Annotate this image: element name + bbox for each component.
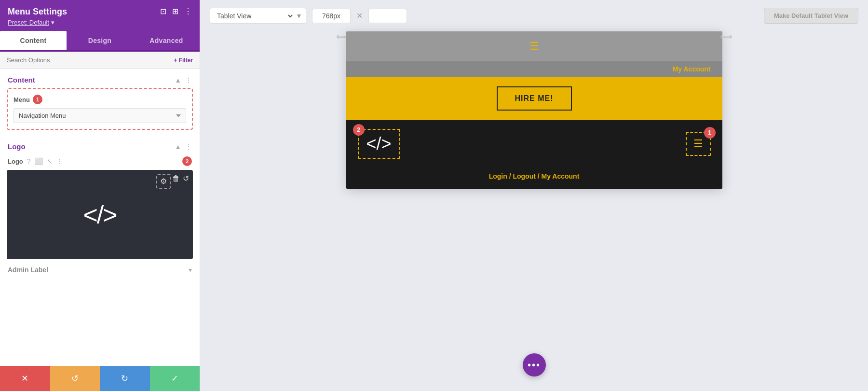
admin-section: Admin Label ▾: [0, 259, 200, 280]
more-options-icon[interactable]: ⋮: [184, 7, 192, 16]
make-default-button[interactable]: Make Default Tablet View: [764, 8, 858, 24]
canvas-logo-box: 2 </>: [358, 129, 400, 159]
canvas-code-icon: </>: [366, 134, 392, 154]
logo-section-header: Logo ▲ ⋮: [0, 136, 200, 154]
admin-collapse-btn[interactable]: ▾: [189, 266, 192, 274]
search-input[interactable]: [7, 56, 170, 64]
logo-overlay-actions: 🗑 ↺: [172, 174, 189, 183]
cancel-button[interactable]: ✕: [0, 366, 50, 391]
menu-label-row: Menu 1: [14, 95, 186, 104]
logo-field-label: Logo: [8, 158, 23, 165]
canvas-wrapper: ⟺ ☰ My Account HIRE ME! 2 </>: [200, 31, 868, 391]
login-bar: Login / Logout / My Account: [346, 168, 722, 189]
menu-badge: 1: [33, 95, 42, 104]
panel-body: Content ▲ ⋮ Menu 1 Navigation Menu Prima…: [0, 69, 200, 366]
logo-preview: </> ⚙ 🗑 ↺: [7, 170, 193, 259]
logo-section-title: Logo: [8, 142, 26, 151]
logo-dots-icon[interactable]: ⋮: [56, 157, 63, 165]
tab-advanced[interactable]: Advanced: [133, 31, 200, 50]
fullscreen-icon[interactable]: ⊡: [160, 7, 166, 16]
menu-field-group: Menu 1 Navigation Menu Primary Menu Foot…: [7, 88, 193, 130]
logo-trash-icon[interactable]: 🗑: [172, 174, 180, 183]
tab-content[interactable]: Content: [0, 31, 67, 50]
canvas-menu-hamburger-icon: ☰: [693, 138, 703, 150]
layout-icon[interactable]: ⊞: [172, 7, 178, 16]
panel-preset: Preset: Default ▾: [8, 19, 67, 26]
logo-section: Logo ▲ ⋮ Logo ? ⬜ ↖ ⋮ 2 </> ⚙: [0, 136, 200, 259]
filter-button[interactable]: + Filter: [174, 57, 193, 64]
logo-help-icon[interactable]: ?: [27, 157, 31, 165]
admin-label: Admin Label: [8, 266, 48, 274]
content-section-header: Content ▲ ⋮: [0, 69, 200, 88]
fab-dots-icon: •••: [528, 360, 541, 371]
hire-me-row: HIRE ME!: [346, 77, 722, 120]
logo-code-symbol: </>: [83, 200, 116, 229]
tab-design[interactable]: Design: [67, 31, 133, 50]
section-actions: ▲ ⋮: [175, 76, 192, 84]
content-more-btn[interactable]: ⋮: [185, 76, 192, 84]
logo-more-btn[interactable]: ⋮: [185, 143, 192, 151]
main-area: Tablet View Desktop View Mobile View ▾ ✕…: [200, 0, 868, 391]
menu-field-label: Menu: [14, 96, 30, 103]
content-collapse-btn[interactable]: ▲: [175, 76, 181, 84]
tabs-row: Content Design Advanced: [0, 31, 200, 52]
width-secondary-input[interactable]: [368, 9, 407, 23]
undo-button[interactable]: ↺: [50, 366, 100, 391]
resize-handle-left[interactable]: ⟺: [339, 31, 346, 42]
logo-collapse-btn[interactable]: ▲: [175, 143, 181, 151]
canvas-logo-badge: 2: [353, 124, 365, 136]
panel-header: Menu Settings Preset: Default ▾ ⊡ ⊞ ⋮: [0, 0, 200, 31]
bottom-toolbar: ✕ ↺ ↻ ✓: [0, 366, 200, 391]
logo-gear-icon[interactable]: ⚙: [160, 177, 167, 186]
logo-device-icon[interactable]: ⬜: [35, 157, 43, 165]
hire-me-button[interactable]: HIRE ME!: [497, 86, 572, 111]
search-row: + Filter: [0, 52, 200, 69]
resize-handle-right[interactable]: ⟺: [722, 31, 730, 42]
width-input[interactable]: [312, 9, 351, 23]
menu-select[interactable]: Navigation Menu Primary Menu Footer Menu: [14, 108, 186, 123]
panel-title: Menu Settings: [8, 7, 67, 17]
header-nav-row: ☰: [346, 31, 722, 61]
canvas-hamburger-top-icon: ☰: [529, 40, 539, 53]
canvas-menu-badge: 1: [704, 127, 716, 139]
view-select-wrapper: Tablet View Desktop View Mobile View ▾: [210, 8, 306, 24]
my-account-bar: My Account: [346, 61, 722, 77]
canvas-logo-row: 2 </> 1 ☰: [346, 120, 722, 168]
logo-reset-icon[interactable]: ↺: [183, 174, 189, 183]
logo-section-actions: ▲ ⋮: [175, 143, 192, 151]
topbar: Tablet View Desktop View Mobile View ▾ ✕…: [200, 0, 868, 31]
width-close-icon[interactable]: ✕: [356, 11, 363, 20]
chevron-down-icon: ▾: [297, 11, 301, 20]
logo-badge: 2: [182, 156, 192, 166]
logo-cursor-icon[interactable]: ↖: [47, 157, 53, 165]
canvas-logo-dashed: </>: [358, 129, 400, 159]
my-account-text: My Account: [673, 65, 711, 73]
view-select[interactable]: Tablet View Desktop View Mobile View: [215, 12, 294, 20]
logo-settings-box[interactable]: ⚙: [156, 174, 171, 189]
fab-button[interactable]: •••: [523, 353, 546, 377]
canvas: ☰ My Account HIRE ME! 2 </> 1: [346, 31, 722, 189]
save-button[interactable]: ✓: [150, 366, 200, 391]
content-section-title: Content: [8, 76, 35, 84]
left-panel: Menu Settings Preset: Default ▾ ⊡ ⊞ ⋮ Co…: [0, 0, 200, 391]
content-section: Content ▲ ⋮ Menu 1 Navigation Menu Prima…: [0, 69, 200, 130]
canvas-menu-box: 1 ☰: [686, 132, 711, 156]
logo-field-row: Logo ? ⬜ ↖ ⋮ 2: [0, 154, 200, 170]
login-text: Login / Logout / My Account: [489, 172, 580, 180]
redo-button[interactable]: ↻: [100, 366, 150, 391]
